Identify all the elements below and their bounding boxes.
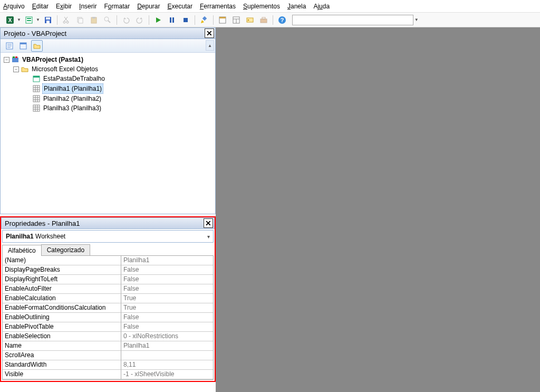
collapser-icon[interactable]: −: [13, 66, 19, 72]
toolbox-icon[interactable]: [258, 14, 269, 26]
scroll-up-icon[interactable]: ▲: [206, 40, 214, 51]
tree-folder[interactable]: − Microsoft Excel Objetos: [4, 64, 212, 74]
property-value[interactable]: Planilha1: [121, 256, 213, 265]
tree-item-label: Planilha2 (Planilha2): [42, 94, 102, 103]
chevron-down-icon[interactable]: ▾: [207, 234, 210, 240]
close-icon[interactable]: ✕: [205, 28, 214, 38]
help-icon[interactable]: ?: [276, 14, 288, 26]
svg-rect-40: [13, 56, 15, 58]
tree-item[interactable]: Planilha3 (Planilha3): [4, 103, 212, 113]
menu-item[interactable]: Executar: [168, 3, 192, 10]
svg-rect-54: [33, 105, 40, 111]
copy-icon[interactable]: [74, 14, 86, 26]
svg-rect-21: [202, 16, 207, 20]
toggle-folders-icon[interactable]: [31, 40, 43, 52]
object-type: Worksheet: [35, 233, 65, 240]
menu-item[interactable]: Inserir: [79, 3, 97, 10]
find-icon[interactable]: [102, 14, 113, 26]
tree-item[interactable]: EstaPastaDeTrabalho: [4, 74, 212, 83]
project-panel-header: Projeto - VBAProject ✕: [0, 27, 216, 39]
property-value[interactable]: False: [121, 284, 213, 294]
svg-rect-18: [170, 17, 171, 23]
property-value[interactable]: False: [121, 322, 213, 332]
svg-rect-29: [261, 19, 267, 23]
collapser-icon[interactable]: −: [4, 57, 9, 63]
project-panel-title: Projeto - VBAProject: [4, 30, 66, 37]
property-value[interactable]: True: [121, 294, 213, 303]
property-value[interactable]: True: [121, 303, 213, 313]
design-mode-icon[interactable]: [198, 14, 210, 26]
property-value[interactable]: 0 - xlNoRestrictions: [121, 332, 213, 341]
property-value[interactable]: -1 - xlSheetVisible: [121, 370, 213, 379]
object-browser-icon[interactable]: [244, 14, 256, 26]
property-row[interactable]: DisplayRightToLeftFalse: [3, 275, 213, 284]
project-tree[interactable]: − VBAProject (Pasta1) − Microsoft Excel …: [1, 53, 215, 214]
insert-module-icon[interactable]: [23, 14, 35, 26]
menu-item[interactable]: Formatar: [104, 3, 130, 10]
menu-item[interactable]: Depurar: [137, 3, 160, 10]
object-name: Planilha1: [6, 233, 34, 240]
property-row[interactable]: EnableOutliningFalse: [3, 313, 213, 322]
property-row[interactable]: DisplayPageBreaksFalse: [3, 265, 213, 275]
property-row[interactable]: EnableAutoFilterFalse: [3, 284, 213, 294]
properties-grid[interactable]: (Name)Planilha1DisplayPageBreaksFalseDis…: [2, 255, 214, 380]
menu-bar: ArquivoEditarExibirInserirFormatarDepura…: [0, 0, 540, 13]
procedure-combo[interactable]: [292, 15, 413, 25]
tree-folder-label: Microsoft Excel Objetos: [31, 64, 99, 74]
object-selector[interactable]: Planilha1 Worksheet ▾: [2, 230, 214, 243]
property-row[interactable]: NamePlanilha1: [3, 341, 213, 351]
menu-item[interactable]: Suplementos: [243, 3, 280, 10]
property-value[interactable]: False: [121, 313, 213, 322]
property-value[interactable]: False: [121, 265, 213, 275]
menu-item[interactable]: Ferramentas: [200, 3, 236, 10]
svg-rect-38: [20, 43, 26, 44]
menu-item[interactable]: Editar: [32, 3, 49, 10]
menu-item[interactable]: Exibir: [56, 3, 72, 10]
property-row[interactable]: EnableFormatConditionsCalculationTrue: [3, 303, 213, 313]
property-row[interactable]: StandardWidth8,11: [3, 360, 213, 370]
svg-rect-43: [33, 76, 40, 78]
property-row[interactable]: (Name)Planilha1: [3, 256, 213, 265]
save-icon[interactable]: [42, 14, 54, 26]
property-value[interactable]: 8,11: [121, 360, 213, 370]
svg-rect-20: [184, 18, 188, 22]
dropdown-icon[interactable]: ▼: [36, 17, 40, 22]
menu-item[interactable]: Arquivo: [3, 3, 25, 10]
tab-alphabetic[interactable]: Alfabético: [2, 245, 42, 256]
highlighted-region: Propriedades - Planilha1 ✕ Planilha1 Wor…: [0, 216, 216, 382]
view-code-icon[interactable]: [4, 40, 15, 52]
stop-icon[interactable]: [180, 14, 191, 26]
view-object-icon[interactable]: [17, 40, 29, 52]
undo-icon[interactable]: [120, 14, 132, 26]
menu-item[interactable]: Ajuda: [313, 3, 330, 10]
property-row[interactable]: EnableCalculationTrue: [3, 294, 213, 303]
property-value[interactable]: Planilha1: [121, 341, 213, 351]
properties-window-icon[interactable]: [230, 14, 242, 26]
tree-root[interactable]: − VBAProject (Pasta1): [4, 55, 212, 64]
tree-item[interactable]: Planilha2 (Planilha2): [4, 94, 212, 103]
property-name: (Name): [3, 256, 121, 265]
property-row[interactable]: Visible-1 - xlSheetVisible: [3, 370, 213, 379]
property-row[interactable]: EnablePivotTableFalse: [3, 322, 213, 332]
pause-icon[interactable]: [166, 14, 178, 26]
svg-rect-13: [79, 18, 83, 23]
property-value[interactable]: False: [121, 275, 213, 284]
dropdown-icon[interactable]: ▼: [17, 17, 21, 22]
redo-icon[interactable]: [134, 14, 146, 26]
svg-rect-23: [219, 17, 226, 18]
project-explorer-icon[interactable]: [217, 14, 228, 26]
tree-item[interactable]: Planilha1 (Planilha1): [4, 83, 212, 94]
property-name: Name: [3, 341, 121, 351]
property-row[interactable]: ScrollArea: [3, 351, 213, 360]
cut-icon[interactable]: [61, 14, 72, 26]
property-value[interactable]: [121, 351, 213, 360]
run-icon[interactable]: [152, 14, 164, 26]
close-icon[interactable]: ✕: [204, 218, 213, 228]
dropdown-icon[interactable]: ▼: [414, 17, 419, 22]
menu-item[interactable]: Janela: [287, 3, 306, 10]
tab-categorized[interactable]: Categorizado: [41, 244, 90, 255]
excel-icon[interactable]: X: [4, 14, 16, 26]
property-row[interactable]: EnableSelection0 - xlNoRestrictions: [3, 332, 213, 341]
svg-point-28: [247, 19, 249, 21]
paste-icon[interactable]: [88, 14, 100, 26]
